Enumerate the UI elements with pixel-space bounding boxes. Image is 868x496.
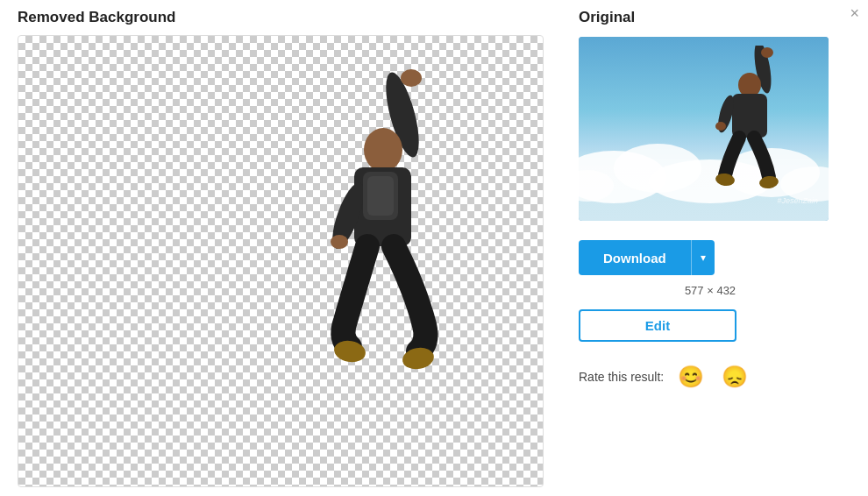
svg-point-5 <box>331 235 348 249</box>
svg-point-21 <box>715 122 726 131</box>
person-original-svg <box>688 46 802 195</box>
watermark: #JesenZain <box>777 196 818 205</box>
svg-point-1 <box>401 69 422 87</box>
person-cutout-svg <box>288 62 464 413</box>
rate-label: Rate this result: <box>579 370 664 384</box>
left-panel: Removed Background <box>0 0 561 496</box>
svg-point-18 <box>738 73 761 97</box>
download-button[interactable]: Download <box>579 240 691 275</box>
close-button[interactable]: × <box>850 5 859 21</box>
rate-row: Rate this result: 😊 😞 <box>579 363 751 391</box>
right-panel: Original <box>561 0 868 496</box>
rate-happy-button[interactable]: 😊 <box>674 363 708 391</box>
right-panel-title: Original <box>579 9 635 26</box>
original-image: #JesenZain <box>579 37 829 221</box>
svg-point-2 <box>364 128 402 172</box>
download-row: Download ▾ <box>579 240 715 275</box>
svg-rect-9 <box>367 176 394 216</box>
svg-point-22 <box>758 175 779 190</box>
removed-background-image <box>18 35 544 487</box>
main-container: × Removed Background <box>0 0 868 496</box>
image-dimensions: 577 × 432 <box>579 284 842 297</box>
rate-sad-button[interactable]: 😞 <box>718 363 751 391</box>
svg-point-17 <box>761 47 773 58</box>
edit-button[interactable]: Edit <box>579 309 736 342</box>
left-panel-title: Removed Background <box>18 9 544 26</box>
download-caret-button[interactable]: ▾ <box>691 240 715 275</box>
